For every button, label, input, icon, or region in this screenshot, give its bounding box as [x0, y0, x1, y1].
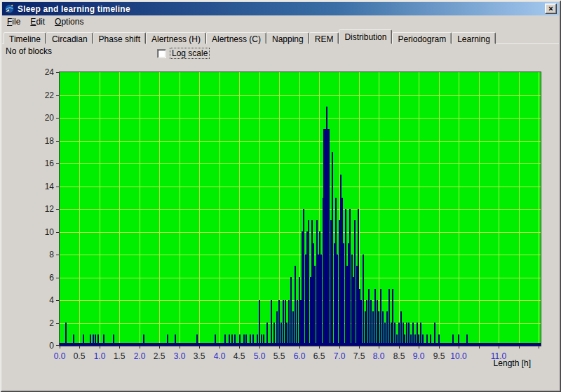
tab-bar: TimelineCircadianPhase shiftAlertness (H…	[2, 29, 559, 44]
gridline-vertical	[79, 72, 80, 346]
close-button[interactable]: ×	[545, 4, 557, 14]
x-tick	[299, 346, 300, 349]
histogram-bar	[320, 255, 322, 346]
x-tick	[199, 346, 200, 349]
window-title: Sleep and learning timeline	[18, 4, 130, 14]
gridline-vertical	[399, 72, 400, 346]
tab-timeline[interactable]: Timeline	[4, 32, 46, 44]
x-tick	[339, 346, 340, 349]
histogram-bar	[370, 300, 372, 346]
histogram-bar	[363, 255, 364, 346]
tab-periodogram[interactable]: Periodogram	[392, 32, 452, 44]
y-tick-label: 24	[45, 67, 54, 77]
gridline-horizontal	[60, 209, 541, 210]
tab-distribution[interactable]: Distribution	[339, 29, 392, 44]
gridline-vertical	[519, 72, 520, 346]
y-tick-label: 2	[49, 318, 54, 328]
histogram-bar	[382, 311, 384, 346]
y-tick	[56, 278, 59, 278]
x-tick	[119, 346, 120, 349]
gridline-vertical	[199, 72, 200, 346]
app-icon	[4, 4, 15, 14]
x-tick	[479, 346, 480, 349]
tab-phase-shift[interactable]: Phase shift	[93, 32, 146, 44]
y-tick	[56, 323, 59, 324]
gridline-horizontal	[60, 141, 541, 142]
gridline-horizontal	[60, 232, 541, 233]
histogram-bar	[276, 311, 278, 346]
y-tick	[56, 141, 59, 142]
y-tick-label: 0	[49, 341, 54, 351]
x-tick	[100, 346, 100, 349]
x-tick	[79, 346, 80, 349]
tab-circadian[interactable]: Circadian	[46, 32, 93, 44]
tab-alertness-h[interactable]: Alertness (H)	[146, 32, 206, 44]
tab-learning[interactable]: Learning	[452, 32, 496, 44]
y-tick-label: 4	[49, 295, 54, 305]
log-scale-checkbox[interactable]	[157, 49, 166, 58]
y-tick-label: 10	[45, 227, 54, 237]
x-tick	[419, 346, 419, 349]
gridline-horizontal	[60, 255, 541, 255]
tab-rem[interactable]: REM	[309, 32, 339, 44]
histogram-bar	[328, 129, 330, 346]
x-tick	[539, 346, 539, 349]
histogram-bar	[360, 300, 362, 346]
histogram-bar	[372, 311, 374, 346]
title-bar[interactable]: Sleep and learning timeline ×	[2, 2, 559, 15]
y-tick	[56, 232, 59, 233]
gridline-vertical	[140, 72, 140, 346]
histogram-bar	[332, 152, 333, 346]
tab-napping[interactable]: Napping	[266, 32, 309, 44]
x-axis-title: Length [h]	[60, 358, 531, 368]
x-tick	[359, 346, 360, 349]
y-tick	[56, 209, 59, 210]
gridline-horizontal	[60, 95, 541, 96]
histogram-bar	[303, 209, 304, 346]
menu-item-options[interactable]: Options	[50, 15, 88, 28]
histogram-bar	[368, 289, 370, 346]
histogram-bar	[278, 300, 280, 346]
menu-item-edit[interactable]: Edit	[25, 15, 50, 28]
y-tick	[56, 118, 59, 119]
x-tick	[399, 346, 400, 349]
histogram-bar	[259, 300, 260, 346]
gridline-vertical	[180, 72, 180, 346]
x-axis-ticks	[60, 346, 541, 349]
y-tick-label: 12	[45, 204, 54, 214]
histogram-bar	[314, 266, 316, 346]
gridline-vertical	[479, 72, 480, 346]
y-tick-label: 20	[45, 113, 54, 123]
histogram-bar	[366, 300, 367, 346]
x-tick	[140, 346, 140, 349]
y-tick-label: 22	[45, 90, 54, 100]
x-tick	[439, 346, 440, 349]
histogram-bar	[354, 220, 356, 346]
x-tick	[459, 346, 459, 349]
gridline-vertical	[379, 72, 379, 346]
gridline-vertical	[539, 72, 539, 346]
y-tick-label: 16	[45, 158, 54, 168]
y-tick-label: 6	[49, 273, 54, 283]
gridline-vertical	[219, 72, 220, 346]
gridline-vertical	[439, 72, 440, 346]
y-tick-label: 18	[45, 136, 54, 146]
y-axis-ticks	[56, 72, 60, 346]
histogram-bar	[290, 277, 292, 346]
gridline-vertical	[119, 72, 120, 346]
histogram-bar	[386, 311, 388, 346]
histogram-bar	[374, 289, 376, 346]
gridline-vertical	[159, 72, 160, 346]
gridline-vertical	[499, 72, 499, 346]
plot-area	[60, 72, 541, 346]
histogram-bar	[378, 311, 379, 346]
x-tick	[279, 346, 280, 349]
tab-alertness-c[interactable]: Alertness (C)	[206, 32, 266, 44]
y-tick	[56, 255, 59, 255]
y-tick	[56, 72, 59, 73]
histogram-bar	[295, 266, 296, 346]
gridline-horizontal	[60, 118, 541, 119]
histogram-bar	[283, 300, 284, 346]
y-tick	[56, 345, 59, 346]
menu-item-file[interactable]: File	[2, 15, 25, 28]
